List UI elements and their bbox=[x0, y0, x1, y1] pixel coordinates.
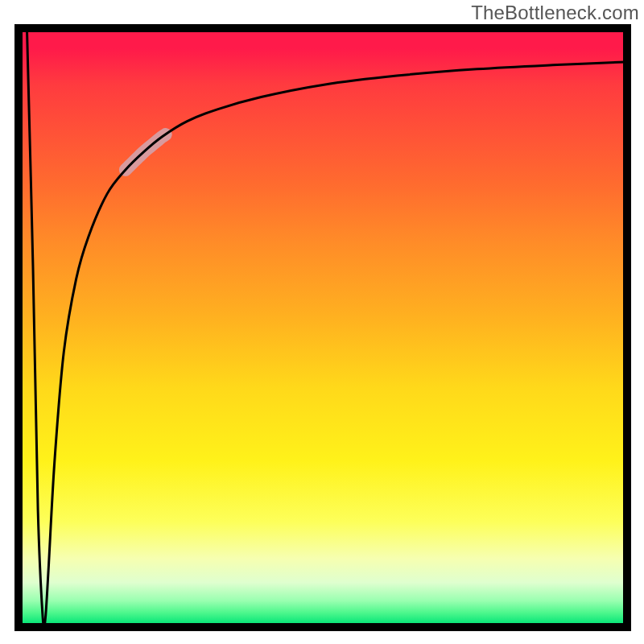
plot-frame bbox=[14, 24, 631, 631]
curve-layer bbox=[14, 24, 631, 631]
watermark-text: TheBottleneck.com bbox=[471, 2, 639, 24]
chart-container: TheBottleneck.com bbox=[0, 0, 644, 644]
bottleneck-curve bbox=[27, 24, 631, 630]
